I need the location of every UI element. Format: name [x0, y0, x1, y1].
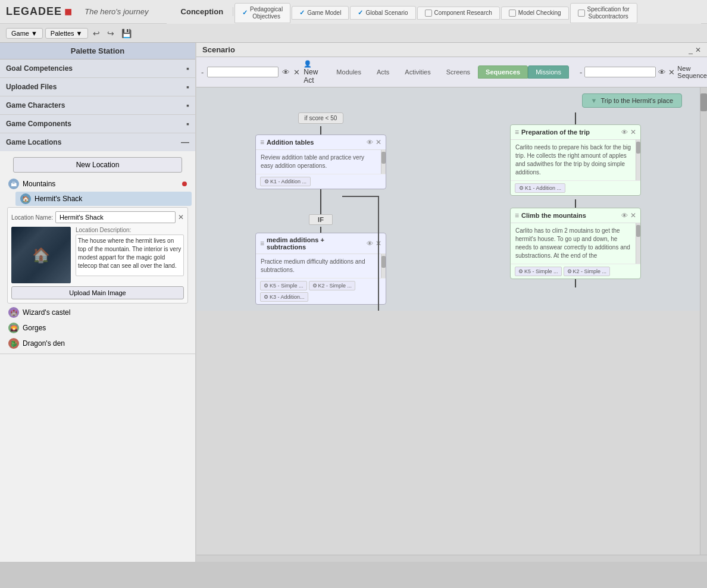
card-tag: ⚙K1 - Addition ...: [515, 183, 565, 193]
card-eye-btn[interactable]: 👁: [621, 129, 628, 136]
section-label: Game Components: [6, 120, 71, 128]
card-scrollbar-thumb: [636, 225, 640, 237]
location-icon-gorges: 🌄: [8, 323, 19, 333]
scenario-canvas[interactable]: ▼ Trip to the Hermit's place if score < …: [196, 87, 700, 311]
tag-icon: ⚙: [567, 268, 572, 274]
v-top-connector: [575, 112, 576, 124]
card-eye-btn[interactable]: 👁: [621, 212, 628, 219]
app-subtitle: The hero's journey: [85, 7, 148, 16]
location-label-mountains: Mountains: [23, 180, 179, 188]
act-clear-btn[interactable]: ✕: [293, 68, 300, 77]
scenario-minimize-btn[interactable]: _: [689, 46, 693, 54]
section-game-components: Game Components ▪: [0, 115, 195, 133]
tab-pedagogical-objectives[interactable]: ✓ PedagogicalObjectives: [234, 3, 290, 23]
tab-activities[interactable]: Activities: [397, 65, 438, 79]
save-btn[interactable]: 💾: [119, 27, 134, 39]
tab-label: Specification forSubcontractors: [587, 6, 630, 20]
section-label: Game Characters: [6, 101, 65, 110]
card-body-wrapper: Practice medium difficulty additions and…: [256, 254, 386, 278]
card-close-btn[interactable]: ✕: [630, 128, 636, 136]
section-toggle-icon: ▪: [186, 64, 189, 73]
canvas-scrollbar-bottom[interactable]: [196, 555, 707, 562]
v-connector-1: [320, 126, 321, 135]
tab-missions[interactable]: Missions: [528, 65, 569, 79]
location-item-gorges[interactable]: 🌄 Gorges: [4, 320, 192, 336]
location-icon-dragons: 🐉: [8, 338, 19, 349]
tab-game-model[interactable]: ✓ Game Model: [292, 6, 349, 20]
undo-btn[interactable]: ↩: [90, 27, 102, 39]
card-scrollbar[interactable]: [381, 150, 386, 174]
game-menu-btn[interactable]: Game ▼: [6, 28, 43, 39]
sub-location-hermits-shack[interactable]: 🏠 Hermit's Shack: [15, 192, 192, 206]
redo-btn[interactable]: ↪: [105, 27, 117, 39]
tab-screens[interactable]: Screens: [439, 65, 478, 79]
tab-label: Game Model: [307, 10, 341, 17]
zoom-out-seq-btn[interactable]: -: [580, 68, 582, 77]
palette-title: Palette Station: [0, 43, 195, 60]
tab-check-empty-icon: [578, 10, 585, 17]
section-label: Goal Competencies: [6, 64, 73, 73]
tab-component-research[interactable]: Component Research: [417, 7, 500, 20]
section-header-characters[interactable]: Game Characters ▪: [0, 96, 195, 114]
tab-modules[interactable]: Modules: [329, 65, 369, 79]
section-header-goal[interactable]: Goal Competencies ▪: [0, 60, 195, 77]
zoom-out-btn[interactable]: -: [201, 68, 204, 77]
card-scrollbar-thumb: [636, 142, 640, 154]
location-item-mountains[interactable]: 🏔 Mountains: [4, 176, 192, 192]
card-header: ≡ medim additions + subtractions 👁 ✕: [256, 233, 386, 254]
location-image-display: [11, 227, 71, 283]
tag-icon: ⚙: [264, 179, 269, 184]
card-eye-btn[interactable]: 👁: [367, 240, 373, 247]
act-name-input[interactable]: [207, 67, 279, 77]
nav-bar: Game ▼ Palettes ▼ ↩ ↪ 💾: [0, 24, 707, 43]
section-header-components[interactable]: Game Components ▪: [0, 115, 195, 133]
tab-label: Global Scenario: [365, 10, 408, 17]
section-game-locations: Game Locations — New Location 🏔 Mountain…: [0, 133, 195, 354]
new-location-button[interactable]: New Location: [13, 157, 182, 173]
card-scrollbar[interactable]: [381, 254, 386, 278]
upload-main-image-btn[interactable]: Upload Main Image: [11, 286, 184, 299]
card-menu-icon: ≡: [515, 211, 519, 220]
tab-global-scenario[interactable]: ✓ Global Scenario: [350, 6, 415, 20]
card-close-btn[interactable]: ✕: [376, 138, 381, 146]
card-scrollbar[interactable]: [636, 140, 640, 180]
canvas-scrollbar-right[interactable]: [700, 87, 707, 555]
palettes-menu-btn[interactable]: Palettes ▼: [45, 28, 88, 39]
tab-label: Model Checking: [518, 10, 561, 17]
location-item-dragons[interactable]: 🐉 Dragon's den: [4, 336, 192, 351]
tag-icon: ⚙: [264, 294, 268, 300]
scenario-title: Scenario: [202, 45, 235, 54]
flow-card-climb: ≡ Climb the mountains 👁 ✕ Carlito has to…: [510, 208, 641, 279]
card-scrollbar[interactable]: [636, 223, 640, 264]
tab-model-checking[interactable]: Model Checking: [501, 7, 569, 20]
seq-name-input[interactable]: [584, 67, 656, 77]
card-eye-btn[interactable]: 👁: [367, 139, 373, 146]
card-footer: ⚙K5 - Simple ... ⚙K2 - Simple ...: [511, 264, 640, 279]
location-desc-label: Location Description:: [76, 227, 184, 233]
tab-acts[interactable]: Acts: [369, 65, 397, 79]
card-close-btn[interactable]: ✕: [630, 211, 636, 220]
dropdown-icon: ▼: [76, 30, 83, 37]
card-menu-icon: ≡: [260, 239, 264, 248]
location-name-input[interactable]: [55, 211, 176, 223]
section-toggle-icon: —: [181, 137, 189, 147]
scenario-close-btn[interactable]: ✕: [695, 46, 701, 54]
seq-eye-btn[interactable]: 👁: [658, 68, 666, 77]
section-header-locations[interactable]: Game Locations —: [0, 133, 195, 151]
tab-specification[interactable]: Specification forSubcontractors: [570, 3, 637, 23]
seq-clear-btn[interactable]: ✕: [668, 68, 675, 77]
palettes-label: Palettes: [51, 30, 74, 37]
section-game-characters: Game Characters ▪: [0, 96, 195, 115]
card-tag-k5: ⚙K5 - Simple ...: [260, 281, 307, 290]
card-title: Addition tables: [267, 139, 364, 146]
mission-triangle-icon: ▼: [591, 97, 597, 104]
tag-label: K5 - Simple ...: [524, 268, 558, 274]
left-panel: Palette Station Goal Competencies ▪ Uplo…: [0, 43, 196, 562]
location-name-clear-btn[interactable]: ✕: [178, 213, 184, 221]
location-item-wizards[interactable]: 🏰 Wizard's castel: [4, 305, 192, 320]
tab-sequences[interactable]: Sequences: [478, 65, 528, 79]
act-eye-btn[interactable]: 👁: [282, 68, 290, 77]
card-tag-k2: ⚙K2 - Simple ...: [309, 281, 356, 290]
section-header-uploaded[interactable]: Uploaded Files ▪: [0, 78, 195, 96]
location-label-hermits: Hermit's Shack: [35, 195, 187, 203]
